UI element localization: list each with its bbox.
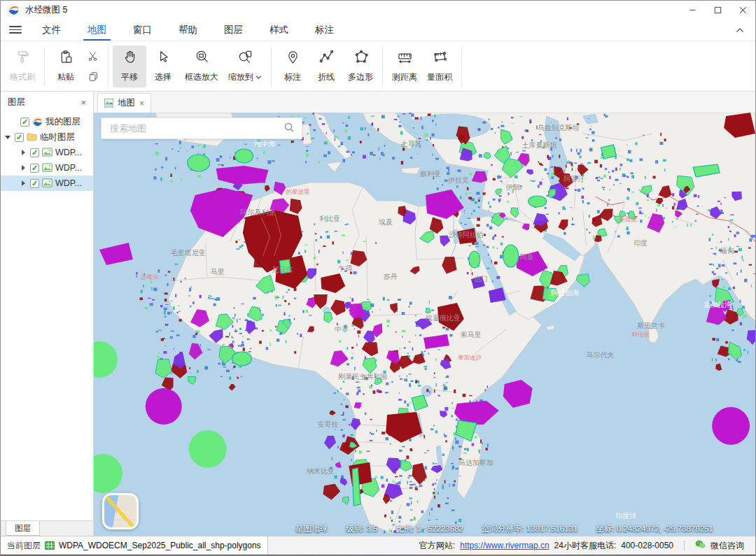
protected-area-fragment: [438, 504, 440, 507]
layer-tree-item-4[interactable]: ✓WDP...: [1, 160, 93, 176]
protected-area-fragment: [302, 231, 304, 232]
toolbar-button-标注[interactable]: 标注: [276, 45, 309, 87]
protected-area-fragment: [306, 146, 309, 147]
toolbar-button-框选放大[interactable]: 框选放大: [180, 45, 223, 87]
wechat-icon[interactable]: [695, 540, 706, 551]
expander-right-icon[interactable]: [20, 149, 27, 156]
country-label: 苏丹: [383, 273, 398, 280]
protected-area-fragment: [626, 227, 628, 230]
basemap-switcher[interactable]: [102, 493, 139, 529]
toolbar-button-折线[interactable]: 折线: [309, 45, 343, 87]
layer-tree-item-1[interactable]: ✓我的图层: [1, 114, 93, 129]
layer-checkbox[interactable]: ✓: [15, 133, 24, 142]
layer-checkbox[interactable]: ✓: [30, 179, 39, 188]
protected-area-fragment: [530, 180, 531, 181]
close-button[interactable]: [730, 1, 755, 19]
protected-area-fragment: [729, 231, 732, 232]
protected-area-fragment: [346, 347, 348, 350]
protected-area-fragment: [541, 164, 542, 164]
copy-button[interactable]: [85, 69, 102, 84]
protected-area-fragment: [486, 224, 489, 227]
protected-area-fragment: [730, 215, 734, 215]
protected-area-fragment: [725, 341, 728, 343]
map-canvas[interactable]: 土耳其叙利亚伊拉克伊朗土库曼斯坦乌兹别克斯坦阿富汗沙特阿拉伯阿曼也门印度缅甸阿尔…: [94, 113, 755, 536]
protected-area-fragment: [567, 117, 568, 120]
protected-area-fragment: [150, 280, 152, 283]
expander-right-icon[interactable]: [20, 164, 27, 171]
protected-area-fragment: [728, 238, 729, 241]
protected-area-fragment: [483, 192, 486, 194]
protected-area-fragment: [434, 496, 435, 499]
protected-area-fragment: [491, 164, 492, 166]
protected-area-fragment: [234, 314, 236, 317]
protected-area-fragment: [709, 264, 713, 265]
menu-item-2[interactable]: 地图: [83, 19, 111, 41]
toolbar-button-选择[interactable]: 选择: [146, 45, 180, 87]
layers-panel-bottom-tab[interactable]: 图层: [6, 521, 40, 536]
protected-area-fragment: [579, 156, 581, 159]
map-tab-close-icon[interactable]: ×: [139, 99, 144, 108]
expander-down-icon[interactable]: [5, 134, 12, 141]
map-search-input[interactable]: [108, 122, 278, 134]
layer-tree-item-3[interactable]: ✓WDP...: [1, 145, 93, 160]
protected-area-fragment: [157, 356, 160, 358]
layer-checkbox[interactable]: ✓: [20, 117, 29, 127]
protected-area-fragment: [456, 185, 458, 187]
protected-area-fragment: [511, 123, 514, 124]
protected-area-fragment: [546, 214, 549, 215]
menu-item-4[interactable]: 帮助: [174, 19, 202, 41]
protected-area-fragment: [527, 130, 528, 132]
protected-area-fragment: [631, 192, 634, 192]
toolbar-button-平移[interactable]: 平移: [113, 45, 146, 87]
protected-area-fragment: [471, 269, 472, 271]
protected-area-fragment: [332, 241, 333, 244]
chevron-down-icon[interactable]: [255, 73, 262, 83]
protected-area-fragment: [720, 210, 723, 211]
cut-button[interactable]: [85, 48, 102, 64]
menu-item-1[interactable]: 文件: [38, 19, 65, 41]
menu-item-7[interactable]: 标注: [311, 19, 338, 41]
layer-checkbox[interactable]: ✓: [30, 164, 39, 173]
toolbar-button-量面积[interactable]: 量面积: [422, 45, 457, 87]
layer-tree-item-5[interactable]: ✓WDP...: [1, 176, 93, 191]
protected-area-fragment: [720, 203, 721, 206]
protected-area-fragment: [382, 485, 385, 488]
expander-right-icon[interactable]: [20, 180, 27, 187]
layer-tree-item-2[interactable]: ✓临时图层: [1, 129, 93, 145]
protected-area-fragment: [620, 164, 623, 166]
protected-area-fragment: [424, 366, 427, 367]
protected-area-fragment: [500, 255, 503, 259]
protected-area-fragment: [286, 340, 286, 343]
map-viewport[interactable]: 土耳其叙利亚伊拉克伊朗土库曼斯坦乌兹别克斯坦阿富汗沙特阿拉伯阿曼也门印度缅甸阿尔…: [94, 113, 755, 536]
toolbar-button-粘贴[interactable]: 粘贴: [49, 45, 83, 87]
maximize-button[interactable]: [705, 1, 730, 19]
hamburger-menu-icon[interactable]: [9, 19, 22, 41]
protected-area-fragment: [453, 450, 454, 451]
protected-area-fragment: [587, 202, 590, 204]
protected-area-fragment: [233, 307, 234, 308]
protected-area-fragment: [592, 131, 595, 134]
protected-area-fragment: [435, 430, 438, 433]
website-link[interactable]: https://www.rivermap.cn: [460, 541, 549, 550]
toolbar-button-测距离[interactable]: 测距离: [387, 45, 422, 87]
protected-area-fragment: [442, 485, 444, 487]
current-layer-label: 当前图层: [7, 540, 41, 552]
wechat-consult-label[interactable]: 微信咨询: [710, 540, 744, 552]
layer-checkbox[interactable]: ✓: [30, 148, 39, 157]
toolbar-button-缩放到[interactable]: 缩放到: [223, 45, 267, 87]
country-label: 缅甸: [720, 247, 734, 255]
toolbar-button-多边形[interactable]: 多边形: [343, 45, 378, 87]
menu-item-3[interactable]: 窗口: [129, 19, 156, 41]
map-tab[interactable]: 地图 ×: [97, 93, 151, 113]
layers-panel-close-icon[interactable]: ×: [80, 97, 86, 108]
menu-item-6[interactable]: 样式: [265, 19, 293, 41]
protected-area-fragment: [751, 285, 752, 287]
minimize-button[interactable]: [680, 1, 705, 19]
ribbon-collapse-icon[interactable]: [734, 24, 747, 37]
menu-item-5[interactable]: 图层: [220, 19, 247, 41]
protected-area-fragment: [479, 154, 482, 157]
search-icon[interactable]: [284, 122, 295, 136]
protected-area-fragment: [304, 244, 307, 245]
protected-area-fragment: [160, 305, 163, 307]
protected-area-fragment: [342, 435, 344, 438]
